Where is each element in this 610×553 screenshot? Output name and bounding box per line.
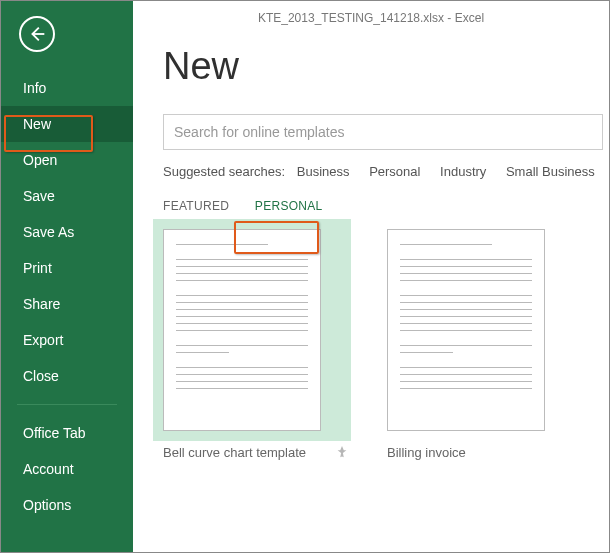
sidebar-item-label: Open bbox=[23, 152, 57, 168]
template-card-billing-invoice[interactable]: Billing invoice bbox=[387, 229, 565, 460]
suggested-link-small-business[interactable]: Small Business bbox=[506, 164, 595, 179]
sidebar-item-label: Save As bbox=[23, 224, 74, 240]
main-panel: KTE_2013_TESTING_141218.xlsx - Excel New… bbox=[133, 1, 609, 552]
template-name: Billing invoice bbox=[387, 445, 565, 460]
template-grid: Bell curve chart template bbox=[163, 229, 609, 460]
sidebar-item-label: Share bbox=[23, 296, 60, 312]
sidebar-item-label: Info bbox=[23, 80, 46, 96]
suggested-link-industry[interactable]: Industry bbox=[440, 164, 486, 179]
template-thumbnail bbox=[387, 229, 545, 431]
sidebar-footer-items: Office Tab Account Options bbox=[1, 415, 133, 523]
sidebar-item-label: Save bbox=[23, 188, 55, 204]
tab-featured[interactable]: FEATURED bbox=[163, 199, 229, 213]
sidebar-item-label: Office Tab bbox=[23, 425, 86, 441]
arrow-left-icon bbox=[26, 23, 48, 45]
search-input[interactable] bbox=[174, 124, 592, 140]
suggested-searches: Suggested searches: Business Personal In… bbox=[163, 164, 609, 179]
sidebar-item-share[interactable]: Share bbox=[1, 286, 133, 322]
sidebar-item-label: New bbox=[23, 116, 51, 132]
sidebar-item-close[interactable]: Close bbox=[1, 358, 133, 394]
sidebar-item-label: Export bbox=[23, 332, 63, 348]
window-title: KTE_2013_TESTING_141218.xlsx - Excel bbox=[133, 3, 609, 29]
sidebar-item-print[interactable]: Print bbox=[1, 250, 133, 286]
tab-personal[interactable]: PERSONAL bbox=[255, 199, 323, 213]
suggested-link-business[interactable]: Business bbox=[297, 164, 350, 179]
sidebar-item-new[interactable]: New bbox=[1, 106, 133, 142]
suggested-link-personal[interactable]: Personal bbox=[369, 164, 420, 179]
sidebar-item-options[interactable]: Options bbox=[1, 487, 133, 523]
template-tabs: FEATURED PERSONAL bbox=[163, 199, 609, 213]
sidebar-items: Info New Open Save Save As Print Share E… bbox=[1, 70, 133, 394]
sidebar-item-label: Print bbox=[23, 260, 52, 276]
sidebar-item-export[interactable]: Export bbox=[1, 322, 133, 358]
sidebar-item-office-tab[interactable]: Office Tab bbox=[1, 415, 133, 451]
file-sidebar: Info New Open Save Save As Print Share E… bbox=[1, 1, 133, 552]
template-card-bell-curve[interactable]: Bell curve chart template bbox=[163, 229, 341, 460]
pin-icon[interactable] bbox=[335, 445, 349, 459]
sidebar-item-save-as[interactable]: Save As bbox=[1, 214, 133, 250]
sidebar-divider bbox=[17, 404, 117, 405]
sidebar-item-label: Close bbox=[23, 368, 59, 384]
template-name: Bell curve chart template bbox=[163, 445, 341, 460]
back-button[interactable] bbox=[19, 16, 55, 52]
sidebar-item-info[interactable]: Info bbox=[1, 70, 133, 106]
sidebar-item-label: Options bbox=[23, 497, 71, 513]
template-thumbnail bbox=[163, 229, 321, 431]
sidebar-item-label: Account bbox=[23, 461, 74, 477]
sidebar-item-account[interactable]: Account bbox=[1, 451, 133, 487]
suggested-label: Suggested searches: bbox=[163, 164, 285, 179]
template-search[interactable] bbox=[163, 114, 603, 150]
sidebar-item-open[interactable]: Open bbox=[1, 142, 133, 178]
sidebar-item-save[interactable]: Save bbox=[1, 178, 133, 214]
page-title: New bbox=[163, 45, 609, 88]
